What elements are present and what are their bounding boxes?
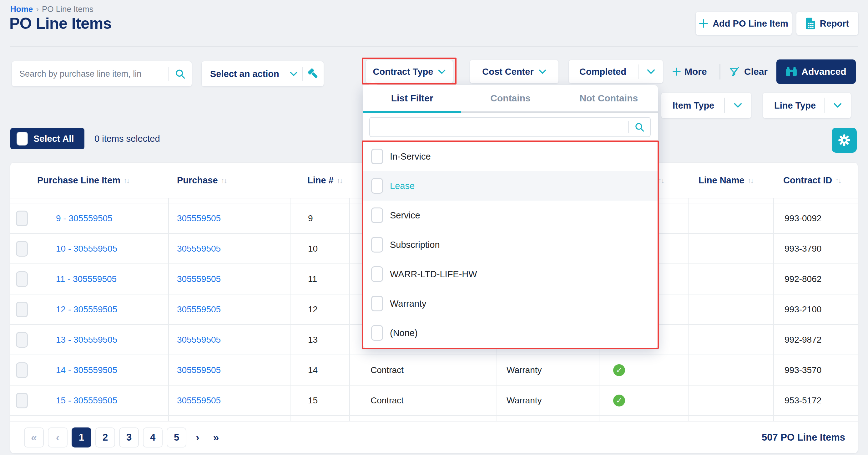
tab-list-filter[interactable]: List Filter xyxy=(363,85,461,111)
filter-option-warranty[interactable]: Warranty xyxy=(363,289,658,318)
pli-cell: 11 - 305559505 xyxy=(45,264,169,294)
line-cell: 13 xyxy=(290,325,350,354)
report-button[interactable]: Report xyxy=(796,12,858,35)
row-checkbox[interactable] xyxy=(16,302,28,317)
clear-filter-icon xyxy=(728,66,740,78)
page-button-2[interactable]: 2 xyxy=(95,427,115,448)
po-line-item-link[interactable]: 9 - 305559505 xyxy=(56,214,113,223)
select-all-button[interactable]: Select All xyxy=(10,128,85,149)
sort-icon[interactable]: ↑↓ xyxy=(221,176,227,184)
tab-contains[interactable]: Contains xyxy=(461,85,559,111)
next-page-button[interactable]: › xyxy=(190,427,205,448)
first-page-button[interactable]: « xyxy=(24,427,44,448)
po-line-item-link[interactable]: 12 - 305559505 xyxy=(56,305,117,314)
filter-chip-cost-center[interactable]: Cost Center xyxy=(470,60,558,83)
breadcrumb-home-link[interactable]: Home xyxy=(10,4,33,14)
active-tab-underline xyxy=(363,111,461,113)
row-checkbox[interactable] xyxy=(16,332,28,348)
po-line-item-link[interactable]: 15 - 305559505 xyxy=(56,396,117,405)
checkbox-cell xyxy=(10,198,45,203)
filter-option-warr-ltd-life-hw[interactable]: WARR-LTD-LIFE-HW xyxy=(363,259,658,289)
page-button-3[interactable]: 3 xyxy=(119,427,139,448)
page-button-5[interactable]: 5 xyxy=(167,427,186,448)
action-select[interactable]: Select an action xyxy=(202,61,323,86)
add-po-line-item-button[interactable]: Add PO Line Item xyxy=(696,12,792,35)
sort-icon[interactable]: ↑↓ xyxy=(658,176,664,184)
purchase-link[interactable]: 305559505 xyxy=(177,305,221,314)
line-cell: 15 xyxy=(290,386,350,415)
option-checkbox[interactable] xyxy=(371,207,383,223)
option-checkbox[interactable] xyxy=(371,325,383,341)
filter-chip-item-type[interactable]: Item Type xyxy=(661,93,751,118)
checkbox-cell xyxy=(10,355,45,385)
purchase-link[interactable]: 305559505 xyxy=(177,335,221,345)
option-checkbox[interactable] xyxy=(371,237,383,253)
purchase-link[interactable]: 305559505 xyxy=(177,396,221,405)
purchase-cell: 305559505 xyxy=(169,386,290,415)
search-button[interactable] xyxy=(168,68,192,79)
option-checkbox[interactable] xyxy=(371,266,383,282)
completed-check-icon: ✓ xyxy=(613,395,625,406)
filter-option-service[interactable]: Service xyxy=(363,201,658,230)
filter-option-lease[interactable]: Lease xyxy=(363,171,658,201)
po-line-item-link[interactable]: 11 - 305559505 xyxy=(56,274,117,284)
column-header-contract-id[interactable]: Contract ID↑↓ xyxy=(783,175,841,186)
more-filters-button[interactable]: More xyxy=(673,60,707,83)
filter-chip-line-type[interactable]: Line Type xyxy=(763,93,851,118)
purchase-link[interactable]: 305559505 xyxy=(177,244,221,254)
binoculars-icon xyxy=(786,67,797,77)
sort-icon[interactable]: ↑↓ xyxy=(124,176,129,184)
column-header-label: Contract ID xyxy=(783,175,832,186)
search-input[interactable] xyxy=(12,69,168,79)
page-button-4[interactable]: 4 xyxy=(143,427,163,448)
po-line-item-link[interactable]: 10 - 305559505 xyxy=(56,244,117,254)
filter-option-in-service[interactable]: In-Service xyxy=(363,142,658,171)
line-name-cell xyxy=(688,416,774,421)
filter-option-none[interactable]: (None) xyxy=(363,318,658,348)
line-cell: 14 xyxy=(290,355,350,385)
row-checkbox[interactable] xyxy=(16,362,28,378)
run-action-button[interactable] xyxy=(303,67,323,80)
contract-id-cell: 993-3570 xyxy=(774,355,858,385)
filter-chip-completed[interactable]: Completed xyxy=(569,60,663,83)
filter-chip-contract-type[interactable]: Contract Type xyxy=(366,60,453,83)
purchase-link[interactable]: 305559505 xyxy=(177,214,221,223)
row-checkbox[interactable] xyxy=(16,210,28,226)
dropdown-search-input[interactable] xyxy=(370,122,628,132)
column-header-purchase-line-item[interactable]: Purchase Line Item↑↓ xyxy=(37,175,129,186)
tab-not-contains[interactable]: Not Contains xyxy=(560,85,658,111)
last-page-button[interactable]: » xyxy=(209,427,223,448)
sort-icon[interactable]: ↑↓ xyxy=(748,176,753,184)
row-checkbox[interactable] xyxy=(16,241,28,257)
page-button-1[interactable]: 1 xyxy=(72,427,91,448)
option-label: In-Service xyxy=(390,151,431,162)
prev-page-button[interactable]: ‹ xyxy=(48,427,67,448)
option-checkbox[interactable] xyxy=(371,296,383,311)
option-checkbox[interactable] xyxy=(371,178,383,194)
advanced-search-button[interactable]: Advanced xyxy=(776,59,856,84)
dropdown-search-button[interactable] xyxy=(629,122,650,132)
purchase-cell: 305559505 xyxy=(169,294,290,324)
sort-icon[interactable]: ↑↓ xyxy=(835,176,841,184)
clear-filters-button[interactable]: Clear xyxy=(728,60,768,83)
dropdown-tabs: List FilterContainsNot Contains xyxy=(363,85,658,111)
purchase-link[interactable]: 305559505 xyxy=(177,365,221,375)
select-all-checkbox[interactable] xyxy=(17,132,28,145)
table-settings-button[interactable] xyxy=(832,128,857,153)
po-line-item-link[interactable]: 13 - 305559505 xyxy=(56,335,117,345)
pagination: «‹12345›»507 PO Line Items xyxy=(10,422,858,453)
column-header-line-name[interactable]: Line Name↑↓ xyxy=(699,175,753,186)
filter-option-subscription[interactable]: Subscription xyxy=(363,230,658,259)
row-checkbox[interactable] xyxy=(16,393,28,408)
column-header-line[interactable]: Line #↑↓ xyxy=(307,175,342,186)
option-checkbox[interactable] xyxy=(371,149,383,164)
contract-id-cell: 993-3790 xyxy=(774,234,858,263)
row-checkbox[interactable] xyxy=(16,271,28,287)
column-header-purchase[interactable]: Purchase↑↓ xyxy=(177,175,227,186)
po-line-item-link[interactable]: 14 - 305559505 xyxy=(56,365,117,375)
chevron-down-icon xyxy=(834,103,842,108)
purchase-link[interactable]: 305559505 xyxy=(177,274,221,284)
sort-icon[interactable]: ↑↓ xyxy=(337,176,342,184)
line-name-cell xyxy=(688,234,774,263)
cost-center-label: Cost Center xyxy=(482,67,533,77)
